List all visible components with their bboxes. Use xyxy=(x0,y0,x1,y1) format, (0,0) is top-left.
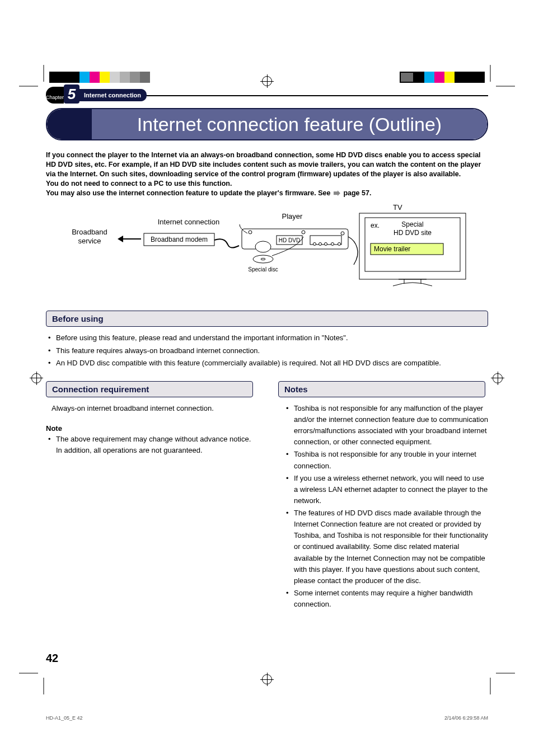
diagram-specialdisc: Special disc xyxy=(248,266,278,273)
svg-point-20 xyxy=(325,243,327,246)
before-using-item: This feature requires always-on broadban… xyxy=(48,345,488,356)
diagram-bs-l2: service xyxy=(78,237,101,245)
diagram-trailer: Movie trailer xyxy=(374,245,410,253)
diagram-modem: Broadband modem xyxy=(151,236,208,243)
before-using-body: Before using this feature, please read a… xyxy=(46,332,488,368)
notes-item: If you use a wireless ethernet network, … xyxy=(286,473,488,506)
conn-req-body: Always-on internet broadband internet co… xyxy=(46,403,256,414)
svg-point-18 xyxy=(313,243,316,246)
svg-point-21 xyxy=(331,243,334,246)
registration-mark-left xyxy=(31,373,41,383)
diagram-player: Player xyxy=(282,212,303,220)
notes-body: Toshiba is not responsible for any malfu… xyxy=(278,403,488,611)
chapter-section: Internet connection xyxy=(84,92,141,98)
chapter-prefix: Chapter xyxy=(46,95,64,100)
colorbar-right xyxy=(400,72,485,83)
footer-timestamp: 2/14/06 6:29:58 AM xyxy=(444,715,488,721)
svg-point-22 xyxy=(338,243,341,246)
diagram-bs-l1: Broadband xyxy=(72,228,107,236)
notes-heading: Notes xyxy=(278,381,485,397)
notes-item: Some internet contents may require a hig… xyxy=(286,588,488,610)
svg-point-24 xyxy=(261,259,265,260)
chapter-number: 5 xyxy=(68,86,76,103)
footer-file: HD-A1_05_E 42 xyxy=(46,715,83,721)
intro-p2: You do not need to connect to a PC to us… xyxy=(46,179,488,189)
svg-point-15 xyxy=(255,241,271,252)
conn-req-heading: Connection requirement xyxy=(46,381,253,397)
conn-req-note-label: Note xyxy=(46,424,256,433)
diagram-ex: ex. xyxy=(371,222,380,229)
before-using-item: An HD DVD disc compatible with this feat… xyxy=(48,358,488,369)
intro-p1: If you connect the player to the Interne… xyxy=(46,151,488,179)
registration-mark-right xyxy=(493,373,503,383)
page-title: Internet connection feature (Outline) xyxy=(92,109,487,139)
colorbar-left xyxy=(49,72,150,83)
page-number: 42 xyxy=(46,652,58,665)
diagram-tv-label: TV xyxy=(393,203,402,212)
chapter-header: Chapter 5 Internet connection xyxy=(46,87,488,104)
notes-item: The features of HD DVD discs made availa… xyxy=(286,508,488,586)
diagram-internet: Internet connection xyxy=(158,218,220,226)
intro-block: If you connect the player to the Interne… xyxy=(46,151,488,198)
diagram-hddvd: HD DVD xyxy=(279,237,300,243)
notes-item: Toshiba is not responsible for any troub… xyxy=(286,449,488,471)
page-ref-arrow-icon xyxy=(334,190,340,196)
page-title-bar: Internet connection feature (Outline) xyxy=(46,108,488,140)
diagram-site-l2: HD DVD site xyxy=(394,229,432,237)
before-using-item: Before using this feature, please read a… xyxy=(48,332,488,344)
svg-point-19 xyxy=(319,243,322,246)
notes-item: Toshiba is not responsible for any malfu… xyxy=(286,403,488,448)
registration-mark-top xyxy=(262,76,272,86)
before-using-heading: Before using xyxy=(46,311,488,327)
intro-p3: You may also use the internet connection… xyxy=(46,189,488,198)
diagram-site-l1: Special xyxy=(401,220,423,228)
conn-req-note: The above requirement may change without… xyxy=(46,434,256,456)
connection-diagram: TV ex. Special HD DVD site Movie trailer… xyxy=(46,203,488,295)
